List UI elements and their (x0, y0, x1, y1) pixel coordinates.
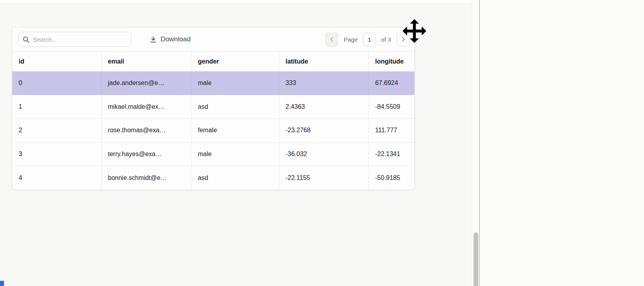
search-input[interactable] (33, 36, 127, 43)
vertical-scrollbar-track[interactable] (472, 0, 479, 286)
cell-id: 2 (12, 119, 101, 142)
cell-longitude: 67.6924 (368, 72, 414, 95)
table-header-row: id email gender latitude longitude (12, 51, 414, 71)
right-side-panel (479, 0, 644, 286)
cell-id: 0 (12, 72, 101, 95)
cell-gender: asd (191, 166, 279, 189)
move-cursor-icon (402, 19, 426, 43)
cell-latitude: 2.4363 (279, 95, 368, 119)
cell-gender: asd (191, 95, 279, 119)
column-header-latitude: latitude (279, 52, 368, 71)
cell-gender: female (191, 119, 279, 142)
cell-email: bonnie.schmidt@e… (101, 166, 191, 189)
table-row[interactable]: 4 bonnie.schmidt@e… asd -22.1155 -50.918… (12, 166, 414, 189)
table-row[interactable]: 2 rose.thomas@exa… female -23.2768 111.7… (12, 118, 414, 142)
table-row[interactable]: 3 terry.hayes@exa… male -36.032 -22.1341 (12, 142, 414, 166)
page-input[interactable] (363, 33, 376, 46)
search-icon (22, 36, 30, 43)
cell-longitude: -50.9185 (368, 166, 414, 189)
cell-latitude: -36.032 (279, 143, 368, 166)
table-row[interactable]: 1 mikael.malde@ex… asd 2.4363 -84.5509 (12, 95, 414, 119)
cell-id: 1 (12, 95, 101, 119)
column-header-email: email (101, 52, 191, 71)
cell-email: mikael.malde@ex… (101, 95, 191, 119)
blue-ui-fragment (0, 281, 4, 286)
search-box[interactable] (18, 32, 131, 47)
cell-longitude: -84.5509 (368, 95, 414, 119)
cell-latitude: -23.2768 (279, 119, 368, 142)
data-table-card: Download Page of 3 i (12, 27, 415, 190)
vertical-scrollbar-thumb[interactable] (473, 232, 478, 286)
pagination: Page of 3 (325, 27, 410, 51)
cell-latitude: -22.1155 (279, 166, 368, 189)
download-icon (150, 36, 157, 43)
cell-latitude: 333 (279, 72, 368, 95)
download-button[interactable]: Download (150, 35, 191, 43)
cell-email: rose.thomas@exa… (101, 119, 191, 142)
column-header-longitude: longitude (368, 52, 414, 71)
cell-gender: male (191, 143, 279, 166)
cell-id: 3 (12, 143, 101, 166)
page-of-label: of 3 (381, 36, 391, 43)
cell-longitude: -22.1341 (368, 143, 414, 166)
column-header-gender: gender (191, 52, 279, 71)
content-top-edge (0, 0, 479, 3)
prev-page-button[interactable] (325, 33, 338, 46)
table-toolbar: Download Page of 3 (12, 27, 414, 51)
cell-email: jade.andersen@e… (101, 72, 191, 95)
chevron-left-icon (329, 37, 335, 42)
column-header-id: id (12, 52, 101, 71)
page-label: Page (344, 36, 358, 43)
table-row[interactable]: 0 jade.andersen@e… male 333 67.6924 (12, 71, 414, 95)
cell-id: 4 (12, 166, 101, 189)
cell-email: terry.hayes@exa… (101, 143, 191, 166)
cell-longitude: 111.777 (368, 119, 414, 142)
download-label: Download (161, 35, 191, 43)
cell-gender: male (191, 72, 279, 95)
